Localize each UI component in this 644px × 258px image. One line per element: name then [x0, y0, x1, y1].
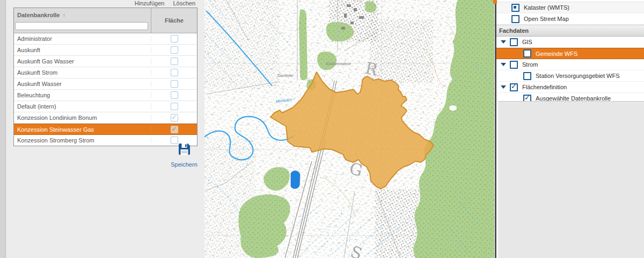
layer-tree-panel: Kataster (WMTS) Open Street Map Fachdate…	[495, 0, 644, 258]
delete-button[interactable]: Löschen	[173, 0, 195, 6]
role-name: Konzession Londinium Bonum	[14, 114, 151, 121]
table-row[interactable]: Auskunft Wasser	[14, 78, 197, 90]
table-row[interactable]: Auskunft Strom	[14, 67, 197, 78]
database-role-table: Datenbankrolle ↑ Fläche Administrator Au…	[13, 8, 197, 146]
table-row[interactable]: Default (intern)	[14, 101, 197, 112]
svg-text:Schützenwiese: Schützenwiese	[326, 62, 351, 66]
layer-row-kataster[interactable]: Kataster (WMTS)	[496, 2, 644, 13]
chevron-down-icon[interactable]	[501, 85, 506, 89]
add-button[interactable]: Hinzufügen	[135, 0, 165, 6]
role-name: Konzession Steinwasser Gas	[14, 126, 151, 133]
svg-text:Sandleite: Sandleite	[277, 74, 293, 77]
flaeche-checkbox[interactable]	[171, 114, 178, 121]
flaeche-checkbox[interactable]	[171, 103, 178, 110]
table-body: Administrator Auskunft Auskunft Gas Wass…	[14, 33, 197, 146]
layer-checkbox[interactable]	[523, 72, 531, 80]
map-viewport[interactable]: R G S Sandleite Mühlbach Schützenwiese	[204, 0, 495, 258]
column-header-label: Datenbankrolle	[17, 12, 60, 18]
layer-label: Open Street Map	[524, 16, 569, 22]
role-toolbar: Hinzufügen Löschen	[13, 0, 197, 8]
layer-row-osm[interactable]: Open Street Map	[496, 13, 644, 25]
save-label: Speichern	[167, 161, 201, 168]
sort-asc-icon: ↑	[62, 12, 65, 18]
table-row[interactable]: Administrator	[14, 33, 197, 45]
flaeche-checkbox[interactable]	[171, 126, 178, 133]
role-name: Auskunft Strom	[14, 69, 151, 76]
section-label: Fachdaten	[499, 27, 529, 34]
fachdaten-section-header: Fachdaten	[496, 25, 644, 37]
flaeche-checkbox[interactable]	[171, 91, 178, 99]
flaeche-checkbox[interactable]	[171, 69, 178, 76]
role-name: Beleuchtung	[14, 92, 151, 98]
column-header-datenbankrolle[interactable]: Datenbankrolle ↑	[14, 8, 151, 22]
role-filter-input[interactable]	[15, 22, 148, 30]
flaeche-checkbox[interactable]	[171, 46, 178, 54]
table-row[interactable]: Auskunft	[14, 45, 197, 56]
table-row[interactable]: Konzession Londinium Bonum	[14, 112, 197, 124]
tree-node-gemeinde-wfs[interactable]: Gemeinde WFS	[496, 48, 644, 59]
floppy-disk-icon	[178, 143, 191, 156]
layer-checkbox[interactable]	[510, 38, 518, 46]
tree-node-gis[interactable]: GIS	[496, 37, 644, 48]
layer-label: Kataster (WMTS)	[524, 4, 569, 11]
flaeche-checkbox[interactable]	[171, 80, 178, 88]
layer-label: Gemeinde WFS	[536, 51, 577, 57]
table-row-selected[interactable]: Konzession Steinwasser Gas	[14, 124, 197, 135]
chevron-down-icon[interactable]	[501, 63, 506, 66]
layer-checkbox[interactable]	[511, 4, 519, 12]
panel-edge-strip	[0, 0, 6, 258]
layer-checkbox[interactable]	[510, 61, 518, 69]
role-name: Default (intern)	[14, 103, 151, 110]
table-header: Datenbankrolle ↑ Fläche	[14, 8, 197, 33]
role-panel: Hinzufügen Löschen Datenbankrolle ↑ Fläc…	[0, 0, 204, 258]
layer-label: Station Versorgungsgebiet WFS	[536, 73, 620, 79]
layer-checkbox[interactable]	[510, 83, 518, 91]
flaeche-checkbox[interactable]	[171, 58, 178, 65]
role-name: Konzession Stromberg Strom	[14, 137, 151, 144]
tree-node-strom[interactable]: Strom	[496, 59, 644, 70]
tree-node-flaechendefinition[interactable]: Flächendefinition	[496, 82, 644, 93]
layer-label: Strom	[522, 61, 538, 68]
panel-empty-area	[498, 101, 644, 258]
tree-node-station-wfs[interactable]: Station Versorgungsgebiet WFS	[496, 70, 644, 82]
flaeche-checkbox[interactable]	[171, 35, 178, 42]
role-name: Auskunft	[14, 47, 151, 53]
splitter-handle[interactable]	[493, 0, 497, 4]
layer-checkbox[interactable]	[511, 15, 519, 23]
column-header-flaeche[interactable]: Fläche	[151, 8, 197, 33]
table-row[interactable]: Beleuchtung	[14, 90, 197, 101]
layer-label: Flächendefinition	[522, 84, 567, 90]
lake	[291, 171, 300, 189]
role-name: Administrator	[14, 35, 151, 42]
role-name: Auskunft Wasser	[14, 81, 151, 87]
save-button[interactable]: Speichern	[167, 143, 201, 168]
layer-label: GIS	[522, 39, 532, 45]
role-name: Auskunft Gas Wasser	[14, 58, 151, 64]
chevron-down-icon[interactable]	[501, 40, 506, 44]
layer-checkbox[interactable]	[523, 49, 531, 58]
table-row[interactable]: Auskunft Gas Wasser	[14, 56, 197, 67]
